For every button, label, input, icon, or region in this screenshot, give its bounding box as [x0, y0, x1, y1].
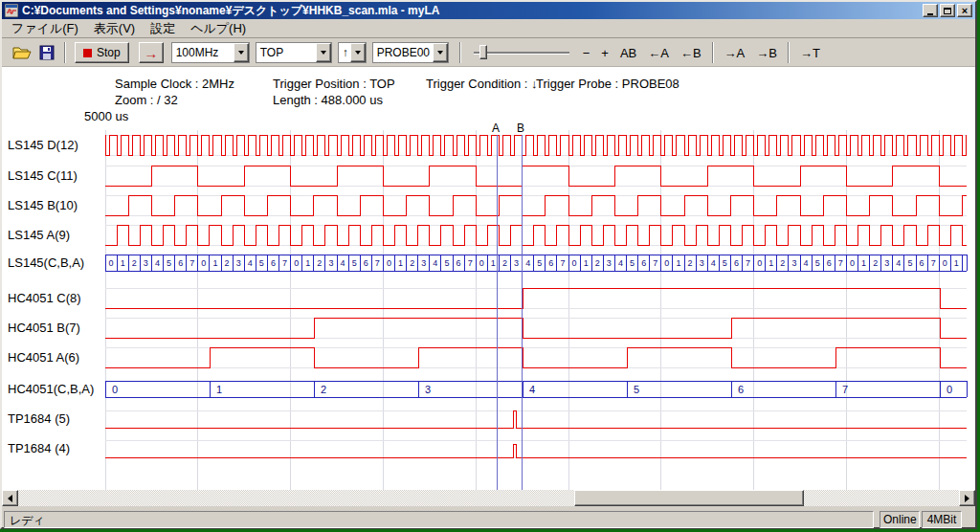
goto-b-right-button[interactable]: →B — [751, 42, 782, 63]
bus-value: 0 — [479, 258, 484, 268]
minimize-icon — [927, 13, 933, 15]
bus-value: 5 — [352, 258, 357, 268]
waveform-trace — [105, 166, 967, 186]
trigger-edge-select[interactable]: ↑ — [338, 42, 367, 63]
probe-value: PROBE00 — [373, 46, 433, 59]
bus-value: 3 — [425, 384, 431, 395]
bus-value: 7 — [468, 258, 473, 268]
bus-value: 2 — [132, 258, 137, 268]
chevron-down-icon[interactable] — [350, 43, 366, 62]
bus-value: 2 — [225, 258, 230, 268]
bus-value: 4 — [529, 384, 535, 395]
chevron-down-icon[interactable] — [433, 43, 448, 62]
waveform-client: Sample Clock : 2MHz Trigger Position : T… — [2, 67, 975, 490]
trigger-edge-value: ↑ — [339, 46, 350, 59]
bus-value: 6 — [734, 258, 739, 268]
trigger-position-select[interactable]: TOP — [256, 42, 332, 63]
open-folder-icon — [12, 45, 32, 60]
maximize-icon — [944, 8, 951, 14]
bus-value: 5 — [723, 258, 727, 268]
bus-value: 1 — [398, 258, 403, 268]
bus-value: 5 — [907, 258, 912, 268]
goto-t-button[interactable]: →T — [795, 42, 825, 63]
bus-value: 5 — [259, 258, 264, 268]
bus-value: 5 — [815, 258, 820, 268]
bus-value: 6 — [827, 258, 832, 268]
scroll-right-button[interactable] — [959, 490, 975, 506]
zoom-slider-track — [474, 52, 569, 54]
scrollbar-thumb[interactable] — [574, 490, 804, 506]
bus-value: 3 — [328, 258, 333, 268]
probe-select[interactable]: PROBE00 — [372, 42, 449, 63]
minimize-button[interactable] — [923, 4, 938, 17]
bus-value: 4 — [618, 258, 623, 268]
stop-button[interactable]: Stop — [75, 42, 129, 63]
bus-value: 0 — [201, 258, 206, 268]
bus-value: 6 — [364, 258, 368, 268]
close-button[interactable]: × — [957, 4, 972, 17]
zoom-out-button[interactable]: − — [578, 42, 595, 63]
window-buttons: × — [923, 4, 972, 17]
bus-value: 7 — [931, 258, 936, 268]
bus-value: 3 — [421, 258, 426, 268]
waveform-display[interactable]: LS145 D(12)LS145 C(11)LS145 B(10)LS145 A… — [2, 122, 975, 490]
bus-value: 3 — [607, 258, 612, 268]
bus-value: 5 — [537, 258, 542, 268]
waveform-trace — [105, 135, 967, 155]
trigger-position-value: TOP — [256, 46, 316, 59]
bus-value: 7 — [560, 258, 565, 268]
sample-clock-select[interactable]: 100MHz — [171, 42, 250, 63]
bus-value: 2 — [688, 258, 693, 268]
bus-value: 1 — [212, 258, 217, 268]
bus-value: 0 — [850, 258, 855, 268]
scroll-left-button[interactable] — [2, 490, 18, 506]
marker-label: B — [517, 122, 524, 135]
bus-value: 0 — [112, 384, 118, 395]
chevron-down-icon[interactable] — [316, 43, 331, 62]
sample-clock-info: Sample Clock : 2MHz — [115, 77, 234, 91]
titlebar[interactable]: C:¥Documents and Settings¥noname¥デスクトップ¥… — [2, 2, 975, 19]
menu-file[interactable]: ファイル(F) — [4, 18, 86, 39]
bus-value: 3 — [791, 258, 796, 268]
ab-button[interactable]: AB — [615, 42, 641, 63]
run-arrow-icon: → — [144, 45, 158, 61]
bus-value: 0 — [294, 258, 299, 268]
bus-value: 4 — [896, 258, 901, 268]
goto-b-left-button[interactable]: ←B — [676, 42, 706, 63]
save-button[interactable] — [34, 41, 59, 64]
length-info: Length : 488.000 us — [273, 93, 383, 107]
menu-view[interactable]: 表示(V) — [86, 18, 143, 39]
menu-help[interactable]: ヘルプ(H) — [183, 18, 254, 39]
toolbar-separator — [459, 42, 461, 63]
down-arrow-glyph — [238, 51, 244, 55]
stop-label: Stop — [97, 46, 121, 59]
toolbar-separator — [788, 42, 790, 63]
goto-a-left-button[interactable]: ←A — [643, 42, 674, 63]
zoom-slider-thumb[interactable] — [479, 45, 487, 59]
bus-value: 1 — [491, 258, 496, 268]
bus-value: 2 — [595, 258, 600, 268]
bus-value: 3 — [884, 258, 889, 268]
bus-value: 4 — [433, 258, 437, 268]
bus-value: 7 — [842, 384, 848, 395]
bus-value: 0 — [947, 384, 952, 395]
bus-value: 0 — [109, 258, 114, 268]
stop-icon — [83, 49, 92, 57]
bus-value: 5 — [444, 258, 449, 268]
channel-label: LS145 A(9) — [8, 228, 70, 242]
zoom-in-button[interactable]: + — [596, 42, 613, 63]
channel-label: HC4051 A(6) — [8, 350, 79, 365]
bus-value: 1 — [954, 258, 959, 268]
goto-a-right-button[interactable]: →A — [720, 42, 750, 63]
bus-value: 4 — [525, 258, 530, 268]
open-file-button[interactable] — [10, 41, 34, 64]
status-online: Online — [880, 511, 920, 528]
run-button[interactable]: → — [139, 42, 164, 63]
zoom-slider[interactable] — [472, 42, 571, 63]
waveform-trace — [105, 225, 967, 245]
chevron-down-icon[interactable] — [234, 43, 249, 62]
bus-value: 0 — [664, 258, 669, 268]
horizontal-scrollbar[interactable] — [2, 490, 975, 506]
maximize-button[interactable] — [940, 4, 955, 17]
menu-settings[interactable]: 設定 — [143, 18, 183, 39]
